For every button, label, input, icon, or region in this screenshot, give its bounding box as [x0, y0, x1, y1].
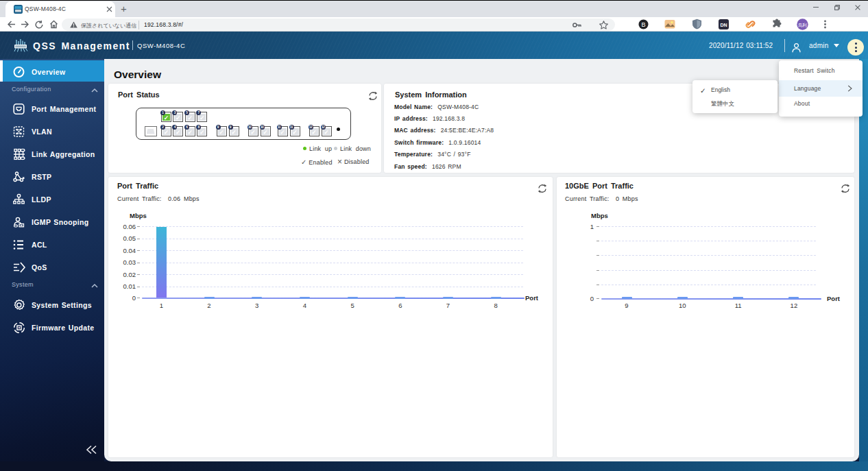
svg-text:B: B: [641, 21, 645, 28]
svg-text:DN: DN: [720, 23, 727, 27]
svg-text:烏利: 烏利: [797, 23, 807, 27]
